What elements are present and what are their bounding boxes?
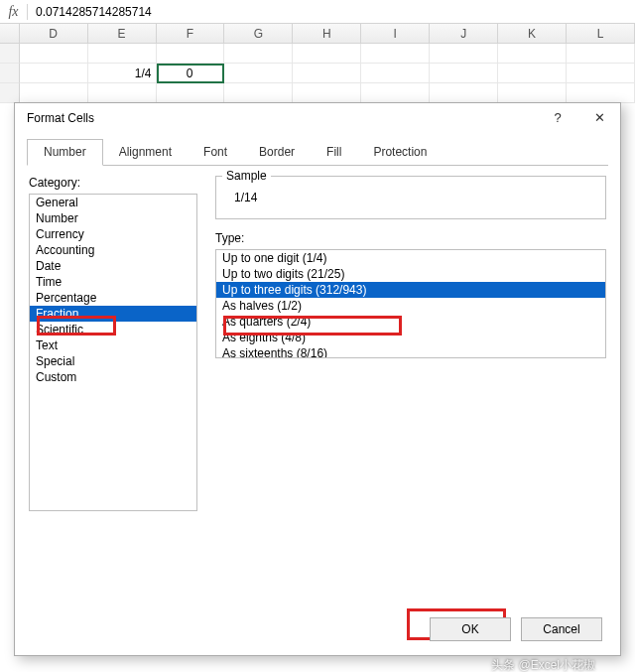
sample-box: Sample 1/14 xyxy=(215,176,606,219)
help-button[interactable]: ? xyxy=(537,103,578,133)
cell[interactable] xyxy=(293,44,361,64)
cell[interactable] xyxy=(224,64,293,83)
category-item[interactable]: Fraction xyxy=(30,306,196,322)
type-item[interactable]: Up to two digits (21/25) xyxy=(216,266,605,282)
cell[interactable] xyxy=(293,64,361,83)
category-item[interactable]: Text xyxy=(30,337,196,353)
corner-cell[interactable] xyxy=(0,24,20,43)
col-header[interactable]: K xyxy=(498,24,567,43)
col-header[interactable]: I xyxy=(361,24,430,43)
row-header[interactable] xyxy=(0,64,20,83)
type-label: Type: xyxy=(215,231,606,245)
format-cells-dialog: Format Cells ? ✕ Number Alignment Font B… xyxy=(14,102,621,656)
cell[interactable] xyxy=(361,44,430,64)
cell[interactable] xyxy=(157,83,225,103)
cell[interactable] xyxy=(430,64,498,83)
col-header[interactable]: J xyxy=(430,24,498,43)
type-listbox[interactable]: Up to one digit (1/4)Up to two digits (2… xyxy=(215,249,606,358)
cell-e[interactable]: 1/4 xyxy=(88,64,157,83)
cell-f-selected[interactable]: 0 xyxy=(157,64,225,83)
cell[interactable] xyxy=(567,64,635,83)
tab-alignment[interactable]: Alignment xyxy=(103,140,188,165)
cell[interactable] xyxy=(88,44,157,64)
tab-border[interactable]: Border xyxy=(243,140,311,165)
category-item[interactable]: Time xyxy=(30,274,196,290)
col-header[interactable]: D xyxy=(20,24,88,43)
category-item[interactable]: Special xyxy=(30,353,196,369)
dialog-title: Format Cells xyxy=(27,111,537,125)
formula-value[interactable]: 0.0714285714285714 xyxy=(28,5,152,19)
watermark: 头条 @Excel小花椒 xyxy=(491,657,595,672)
cell[interactable] xyxy=(567,44,635,64)
cell[interactable] xyxy=(430,44,498,64)
cell[interactable] xyxy=(430,83,498,103)
row-header[interactable] xyxy=(0,44,20,64)
cell[interactable] xyxy=(498,64,567,83)
cell[interactable] xyxy=(20,83,88,103)
cell[interactable] xyxy=(498,83,567,103)
type-item[interactable]: As quarters (2/4) xyxy=(216,314,605,330)
cell[interactable] xyxy=(20,44,88,64)
row-header[interactable] xyxy=(0,83,20,103)
formula-bar: fx 0.0714285714285714 xyxy=(0,0,635,24)
col-header[interactable]: F xyxy=(157,24,225,43)
cell[interactable] xyxy=(224,44,293,64)
category-panel: Category: GeneralNumberCurrencyAccountin… xyxy=(29,176,197,511)
category-listbox[interactable]: GeneralNumberCurrencyAccountingDateTimeP… xyxy=(29,194,197,511)
fx-icon[interactable]: fx xyxy=(0,4,28,20)
cell[interactable] xyxy=(88,83,157,103)
category-item[interactable]: Scientific xyxy=(30,322,196,337)
close-button[interactable]: ✕ xyxy=(578,103,620,133)
ok-button[interactable]: OK xyxy=(430,617,511,641)
type-item[interactable]: As halves (1/2) xyxy=(216,298,605,314)
col-header[interactable]: H xyxy=(293,24,361,43)
sample-value: 1/14 xyxy=(226,191,595,204)
col-header[interactable]: E xyxy=(88,24,157,43)
tab-fill[interactable]: Fill xyxy=(311,140,357,165)
grid-row xyxy=(0,83,635,103)
tab-font[interactable]: Font xyxy=(188,140,243,165)
cell[interactable] xyxy=(157,44,225,64)
tab-protection[interactable]: Protection xyxy=(357,140,443,165)
type-item[interactable]: Up to three digits (312/943) xyxy=(216,282,605,298)
type-item[interactable]: As sixteenths (8/16) xyxy=(216,345,605,358)
cell[interactable] xyxy=(361,64,430,83)
category-item[interactable]: Currency xyxy=(30,226,196,242)
dialog-tabs: Number Alignment Font Border Fill Protec… xyxy=(27,139,608,166)
cell[interactable] xyxy=(567,83,635,103)
cell[interactable] xyxy=(361,83,430,103)
detail-panel: Sample 1/14 Type: Up to one digit (1/4)U… xyxy=(215,176,606,511)
button-row: OK Cancel xyxy=(430,617,602,641)
category-item[interactable]: Date xyxy=(30,258,196,274)
col-header[interactable]: G xyxy=(224,24,293,43)
tab-number[interactable]: Number xyxy=(27,139,103,166)
type-item[interactable]: As eighths (4/8) xyxy=(216,330,605,345)
category-item[interactable]: Percentage xyxy=(30,290,196,306)
grid-row xyxy=(0,44,635,64)
type-item[interactable]: Up to one digit (1/4) xyxy=(216,250,605,266)
category-label: Category: xyxy=(29,176,197,190)
category-item[interactable]: Custom xyxy=(30,369,196,385)
category-item[interactable]: Accounting xyxy=(30,242,196,258)
dialog-titlebar[interactable]: Format Cells ? ✕ xyxy=(15,103,620,133)
sample-label: Sample xyxy=(222,169,271,183)
column-headers: D E F G H I J K L xyxy=(0,24,635,44)
cell[interactable] xyxy=(224,83,293,103)
dialog-body: Category: GeneralNumberCurrencyAccountin… xyxy=(15,166,620,511)
col-header[interactable]: L xyxy=(567,24,635,43)
cancel-button[interactable]: Cancel xyxy=(521,617,602,641)
category-item[interactable]: Number xyxy=(30,210,196,226)
cell[interactable] xyxy=(498,44,567,64)
grid-row: 1/4 0 xyxy=(0,64,635,83)
cell[interactable] xyxy=(293,83,361,103)
category-item[interactable]: General xyxy=(30,195,196,210)
cell[interactable] xyxy=(20,64,88,83)
